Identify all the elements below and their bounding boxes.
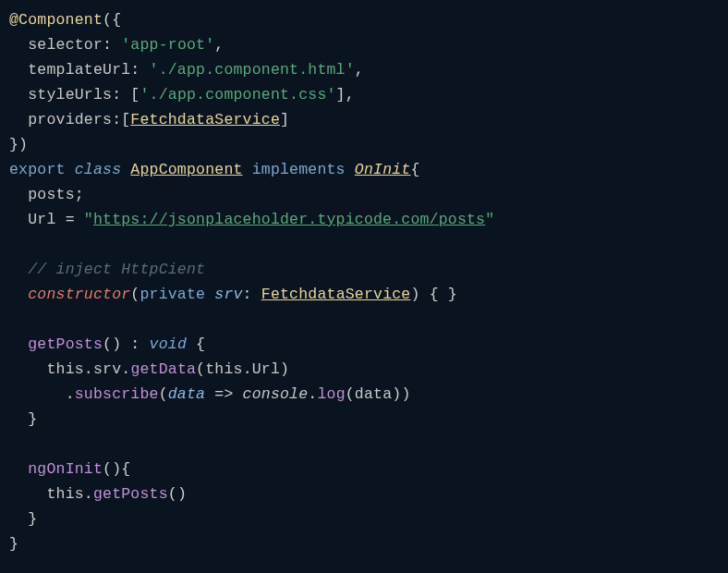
code-line: templateUrl: './app.component.html', (9, 61, 364, 79)
code-editor[interactable]: @Component({ selector: 'app-root', templ… (9, 7, 719, 556)
code-line: } (9, 535, 18, 553)
code-line: .subscribe(data => console.log(data)) (9, 385, 411, 403)
method-name: getPosts (28, 335, 103, 353)
code-line: selector: 'app-root', (9, 36, 224, 54)
code-line: constructor(private srv: FetchdataServic… (9, 286, 457, 303)
url-string: https://jsonplaceholder.typicode.com/pos… (93, 211, 485, 228)
class-name: AppComponent (130, 161, 242, 178)
code-line: styleUrls: ['./app.component.css'], (9, 86, 355, 104)
code-line: @Component({ (9, 11, 121, 29)
code-line: // inject HttpCient (9, 261, 205, 278)
code-line: } (9, 510, 37, 528)
code-line: Url = "https://jsonplaceholder.typicode.… (9, 211, 494, 228)
code-line: export class AppComponent implements OnI… (9, 161, 420, 178)
code-line: this.srv.getData(this.Url) (9, 360, 289, 378)
comment: // inject HttpCient (28, 261, 205, 278)
code-line: getPosts() : void { (9, 335, 205, 353)
code-line: this.getPosts() (9, 485, 187, 503)
constructor: constructor (28, 286, 130, 303)
interface-name: OnInit (355, 161, 411, 178)
code-line: providers:[FetchdataService] (9, 111, 289, 128)
method-name: ngOnInit (28, 460, 103, 478)
decorator: @Component (9, 11, 103, 29)
code-line: }) (9, 136, 28, 153)
code-line: ngOnInit(){ (9, 460, 130, 478)
code-line: posts; (9, 186, 84, 203)
code-line: } (9, 410, 37, 428)
